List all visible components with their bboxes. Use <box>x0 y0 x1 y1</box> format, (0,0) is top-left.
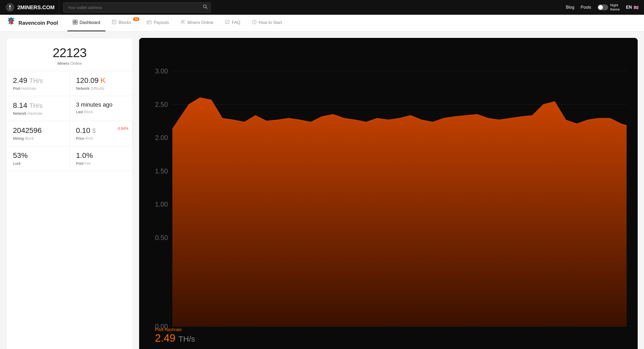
pools-link[interactable]: Pools <box>581 5 591 10</box>
svg-rect-5 <box>73 20 75 22</box>
network-difficulty-cell: 120.09 K Network Difficulty <box>70 71 133 96</box>
top-navbar: 2MINERS.COM Blog Pools Nighttheme EN 🇬🇧 <box>0 0 644 15</box>
svg-point-13 <box>183 20 185 22</box>
language-selector[interactable]: EN 🇬🇧 <box>626 5 639 10</box>
svg-text:3.00: 3.00 <box>155 67 168 75</box>
network-hashrate-cell: 8.14 TH/s Network Hashrate <box>7 96 70 121</box>
svg-point-12 <box>182 21 183 22</box>
tab-miners-online[interactable]: Miners Online <box>175 15 219 31</box>
how-to-start-icon <box>252 20 257 26</box>
pool-fee-cell: 1.0% Pool Fee <box>70 146 133 171</box>
tab-blocks[interactable]: Blocks 34 <box>106 15 140 31</box>
svg-text:1.00: 1.00 <box>155 201 168 208</box>
pool-fee-value: 1.0% <box>76 151 126 160</box>
night-theme-toggle-area: Nighttheme <box>598 3 620 11</box>
hashrate-chart: 3.00 2.50 2.00 1.50 1.00 0.50 0.00 <box>139 38 638 349</box>
tab-faq-label: FAQ <box>232 20 240 25</box>
tab-payouts-label: Payouts <box>154 20 169 25</box>
blocks-badge: 34 <box>133 17 139 21</box>
logo-text: 2MINERS.COM <box>17 4 55 11</box>
mining-block-value: 2042596 <box>13 126 63 135</box>
tab-dashboard[interactable]: Dashboard <box>67 15 105 31</box>
svg-rect-9 <box>112 20 116 24</box>
tab-how-to-start-label: How to Start <box>259 20 282 25</box>
tab-payouts[interactable]: Payouts <box>142 15 174 31</box>
mining-block-label: Mining Block <box>13 136 63 141</box>
chart-hashrate-title: Pool Hashrate <box>155 327 195 332</box>
lang-label: EN <box>626 5 632 10</box>
network-difficulty-label: Network Difficulty <box>76 86 126 91</box>
wallet-search-input[interactable] <box>63 2 211 13</box>
pool-name: Ravencoin Pool <box>18 20 58 26</box>
miners-label: Miners Online <box>13 61 126 66</box>
night-theme-toggle[interactable] <box>598 4 608 10</box>
faq-icon <box>225 20 230 26</box>
chart-overlay-label: Pool Hashrate 2.49 TH/s <box>155 327 195 344</box>
tab-dashboard-label: Dashboard <box>80 20 100 25</box>
luck-cell: 53% Luck <box>7 146 70 171</box>
miners-count: 22123 <box>13 46 126 60</box>
price-label: Price RVN <box>76 136 126 141</box>
last-block-cell: 3 minutes ago Last Block <box>70 96 133 121</box>
logo-icon <box>5 3 15 12</box>
last-block-label: Last Block <box>76 110 126 114</box>
payouts-icon <box>147 20 152 26</box>
network-hashrate-label: Network Hashrate <box>13 111 63 116</box>
svg-rect-10 <box>147 21 151 24</box>
miners-icon <box>180 20 185 26</box>
night-theme-label: Nighttheme <box>610 3 620 11</box>
last-block-value: 3 minutes ago <box>76 101 126 108</box>
svg-text:2.50: 2.50 <box>155 101 168 108</box>
blog-link[interactable]: Blog <box>566 5 574 10</box>
svg-rect-7 <box>73 22 75 24</box>
sub-navbar: Ravencoin Pool Dashboard Blocks 34 <box>0 15 644 32</box>
dashboard-icon <box>73 20 77 26</box>
svg-point-3 <box>11 7 12 8</box>
pool-hashrate-cell: 2.49 TH/s Pool Hashrate <box>7 71 70 96</box>
svg-text:2.00: 2.00 <box>155 134 168 141</box>
tab-blocks-label: Blocks <box>119 20 131 25</box>
network-hashrate-value: 8.14 TH/s <box>13 101 63 110</box>
logo-area: 2MINERS.COM <box>5 0 59 15</box>
tab-miners-online-label: Miners Online <box>187 20 213 25</box>
stats-panel: 22123 Miners Online 2.49 TH/s Pool Hashr… <box>6 38 133 349</box>
svg-rect-8 <box>75 22 77 24</box>
chart-hashrate-value: 2.49 TH/s <box>155 332 195 344</box>
miners-online-section: 22123 Miners Online <box>7 38 133 71</box>
nav-right: Blog Pools Nighttheme EN 🇬🇧 <box>566 3 639 11</box>
tab-how-to-start[interactable]: How to Start <box>247 15 287 31</box>
mining-block-cell: 2042596 Mining Block <box>7 121 70 146</box>
mining-block-price-row: 2042596 Mining Block 0.10 $ Price RVN -3… <box>7 121 133 146</box>
pool-fee-label: Pool Fee <box>76 161 126 166</box>
network-hashrate-lastblock-row: 8.14 TH/s Network Hashrate 3 minutes ago… <box>7 96 133 121</box>
miners-online-text: Online <box>70 61 82 66</box>
raven-icon <box>6 16 16 30</box>
luck-label: Luck <box>13 161 63 166</box>
hashrate-difficulty-row: 2.49 TH/s Pool Hashrate 120.09 K Network… <box>7 71 133 96</box>
search-area <box>63 2 211 13</box>
svg-text:1.50: 1.50 <box>155 167 168 175</box>
luck-fee-row: 53% Luck 1.0% Pool Fee <box>7 146 133 171</box>
svg-rect-11 <box>148 23 149 23</box>
pool-brand: Ravencoin Pool <box>6 16 58 30</box>
network-difficulty-value: 120.09 K <box>76 76 126 85</box>
blocks-icon <box>112 20 116 26</box>
price-cell: 0.10 $ Price RVN <box>70 121 133 146</box>
luck-value: 53% <box>13 151 63 160</box>
chart-area: 3.00 2.50 2.00 1.50 1.00 0.50 0.00 Pool … <box>139 38 638 349</box>
main-content: 22123 Miners Online 2.49 TH/s Pool Hashr… <box>0 32 644 349</box>
svg-text:0.50: 0.50 <box>155 234 168 241</box>
tab-faq[interactable]: FAQ <box>220 15 246 31</box>
flag-icon: 🇬🇧 <box>633 5 639 10</box>
pool-hashrate-value: 2.49 TH/s <box>13 76 63 85</box>
svg-point-2 <box>8 7 9 8</box>
pool-hashrate-label: Pool Hashrate <box>13 86 63 91</box>
price-change: -3.84% <box>117 126 128 131</box>
svg-rect-6 <box>75 20 77 22</box>
miners-text: Miners <box>57 61 69 66</box>
search-button[interactable] <box>203 4 208 11</box>
